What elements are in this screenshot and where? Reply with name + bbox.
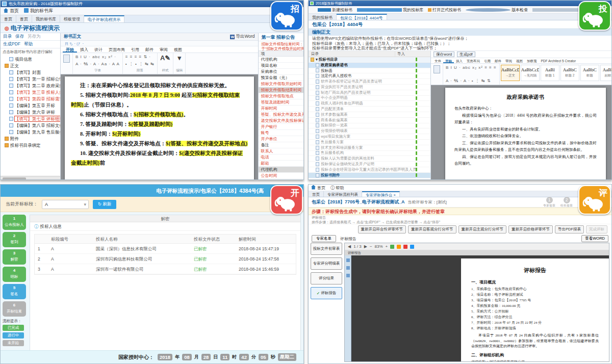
action-button[interactable]: 重新开启客观分打分环节	[408, 225, 456, 233]
tab-item[interactable]: 专家评标操作台 ×	[362, 191, 400, 197]
directory-item[interactable]: 政府采购承诺书	[309, 63, 430, 68]
style-swatch[interactable]: AaBbC副标题	[600, 65, 612, 81]
field-row[interactable]: 答疑及踏勘时间	[259, 99, 304, 106]
bidder-row[interactable]: 2A深圳市闪购信息科技有限公司已解密2018-08-24 15:47:58	[35, 254, 296, 264]
ribbon-tab[interactable]: 插入	[454, 58, 465, 63]
tab-item[interactable]: 专家评标流程列表	[324, 191, 362, 197]
report-tab-label[interactable]: 评标报告	[340, 236, 356, 242]
menu-home[interactable]: 首页	[4, 8, 19, 14]
font-group[interactable]: B I U · abc x₂ x² · A · ℁ · A · Aa · A A…	[73, 53, 123, 74]
field-row[interactable]: 代理机构包头市	[259, 57, 304, 63]
step-button[interactable]: 1公布投标人	[3, 215, 26, 230]
style-swatch[interactable]: AaBbC标题	[580, 65, 599, 81]
ribbon-tab[interactable]: 邮件	[142, 46, 157, 53]
action-button[interactable]: 重新开启价格评审环节	[508, 225, 553, 233]
field-row[interactable]: 招标文件领取开始时间2018/	[259, 81, 304, 87]
tab-doc-body[interactable]: 标书正文	[64, 34, 81, 40]
step-button[interactable]: 4唱标	[3, 267, 26, 282]
directory-item[interactable]: wps项目实施方案	[309, 134, 430, 140]
tree-item[interactable]: 【填写】第三章 投标人须知	[1, 89, 60, 96]
font-paragraph-group[interactable]: B I U · abc x₂ x² ≡ ≡ ≡ A · ℁ · A · • ⋮ …	[443, 64, 500, 85]
style-swatch[interactable]: AaBbCcDd→无间隔	[521, 65, 540, 81]
home-link[interactable]: 首页	[311, 185, 325, 191]
tab-item[interactable]: 我的投标书	[309, 14, 337, 20]
tab-item[interactable]: 首页	[16, 15, 32, 22]
style-swatch[interactable]: AaBbCcDd→正文	[501, 65, 520, 81]
field-row[interactable]: 开户银行	[259, 124, 304, 130]
paragraph-group[interactable]: ≡ ≡ ≡ ≡ ⇅ · • ⋮ • ⋮ ↹ ↹ 段落	[123, 53, 158, 74]
directory-item[interactable]: 投标保证金缴纳凭证及开户证明	[309, 162, 430, 167]
tree-item[interactable]: 【编辑】第五章 开标	[1, 102, 60, 109]
action-button[interactable]: 重新开启主观分打分环节	[458, 225, 507, 233]
pdf-document-tab[interactable]: 评标报告	[345, 250, 609, 255]
view-word-button[interactable]: 查看WORD	[581, 235, 608, 242]
export-word-button[interactable]: W导出Word	[230, 34, 254, 40]
document-page[interactable]: 注：未在采购中心报名登记且领取招标文件的供应商投标无效。5. 招标文件领取时间:…	[65, 76, 254, 180]
ribbon-tab[interactable]: 页面布局	[465, 58, 482, 63]
tree-item[interactable]: 正文	[1, 63, 60, 69]
field-row[interactable]: 开户单位	[259, 136, 304, 142]
tab-item[interactable]: 首页	[309, 191, 324, 197]
tree-item[interactable]: 项目信息	[1, 56, 60, 63]
directory-item[interactable]: 分项报价明细表	[309, 128, 430, 134]
directory-item[interactable]: 技术参数偏离表	[309, 112, 430, 118]
directory-tool[interactable]: 保存	[15, 34, 24, 40]
directory-item[interactable]: 法定代表人授权书	[309, 73, 430, 79]
quick-access-toolbar[interactable]: 日 ち・ぴ ・	[61, 41, 258, 46]
toolbar-item[interactable]: 打开正式投标书	[428, 7, 461, 13]
toolbar-item[interactable]: 新建投标书	[318, 7, 352, 13]
ribbon-tab[interactable]: PDF Architect 5 Creator	[539, 58, 578, 63]
tab-item[interactable]: 首页	[1, 15, 16, 22]
directory-item[interactable]: 产品配置清单	[309, 107, 430, 112]
field-row[interactable]: 公告时间	[259, 173, 304, 179]
stage-select[interactable]: A	[42, 200, 89, 209]
directory-item[interactable]: 技术支持和培训服务方案	[309, 145, 430, 151]
directory-item[interactable]: 商务条款偏离表	[309, 118, 430, 123]
bidder-row[interactable]: 1A国采（深圳）信息技术有限公司已解密2018-08-24 15:47:19	[35, 244, 296, 254]
ribbon-tab[interactable]: 审阅	[503, 58, 514, 63]
directory-item[interactable]: 投标人认为需要提供的其他资料	[309, 156, 430, 162]
bidder-row[interactable]: 3A深圳市一诺软件有限公司已解密2018-08-24 15:46:59	[35, 264, 296, 274]
document-page[interactable]: 政府采购承诺书 包头市政府采购中心：根据项目编号为包采公〔2018〕4404 号…	[445, 88, 606, 180]
directory-tool[interactable]: 帮助	[24, 41, 33, 47]
annotate-icon[interactable]	[397, 245, 401, 249]
directory-item[interactable]: 软件著作权登记证书及产品资质证明	[309, 79, 430, 85]
tree-item[interactable]: 【编辑】第六章 评标	[1, 109, 60, 116]
tree-item[interactable]: 【填写】第七章 评标细则设定办法	[1, 116, 60, 122]
tree-item[interactable]: 【填写】第四章 招标需求	[1, 96, 60, 102]
ribbon-tab[interactable]: 开始	[443, 58, 454, 63]
print-icon[interactable]	[410, 245, 414, 249]
style-swatch[interactable]: AaBbC标题 2	[560, 65, 579, 81]
directory-item[interactable]: 残疾人福利性单位声明函	[309, 101, 430, 107]
ribbon-tab[interactable]: 插入	[77, 46, 91, 53]
ribbon-tab[interactable]: 文件	[432, 58, 443, 63]
field-row[interactable]: 招标文件领取地点	[259, 93, 304, 99]
sidebar-button[interactable]: 评分结果	[311, 272, 342, 284]
action-button[interactable]: 导出PDF报表	[555, 225, 584, 233]
sidebar-button[interactable]: 投标文件初审表	[311, 243, 342, 255]
field-row[interactable]: 备注无备注	[259, 142, 304, 148]
highlight-icon[interactable]	[390, 245, 394, 249]
clipboard-group[interactable]	[61, 53, 73, 74]
ribbon-tab[interactable]: 开始	[63, 46, 77, 53]
tree-item[interactable]: 【编辑】第八章 招标文件	[1, 122, 60, 129]
directory-tool[interactable]: 目录	[3, 34, 12, 40]
panel-tab[interactable]: 解密	[30, 215, 300, 222]
ribbon-tab[interactable]: 设计	[91, 46, 106, 53]
clipboard-group[interactable]	[431, 64, 443, 85]
tab-item[interactable]: 包采公【2018】4404号	[337, 14, 387, 20]
tab-item[interactable]: 电子评标流程演示	[84, 15, 124, 22]
sidebar-button[interactable]: ✓评标报告	[311, 287, 342, 299]
tree-item[interactable]: 【编辑】第九章 售后服务	[1, 129, 60, 136]
ribbon-tab[interactable]: 页面布局	[106, 46, 128, 53]
directory-item[interactable]: 营业执照等产品资质证明	[309, 85, 430, 90]
prev-page-button[interactable]: ◀	[348, 244, 351, 249]
ribbon-tab[interactable]: 视图	[514, 58, 525, 63]
action-button[interactable]: 重新开启符合性评审环节	[358, 225, 406, 233]
directory-item[interactable]: 制造厂商出具的产品资质证明	[309, 90, 430, 96]
refresh-button[interactable]: ↻ 刷新	[93, 200, 116, 209]
tree-item[interactable]: 投标书目录绑定	[1, 142, 60, 149]
field-row[interactable]: 项目名称电子评	[259, 63, 304, 69]
help-link[interactable]: ⓘ 帮助	[330, 185, 344, 191]
next-page-button[interactable]: ▶	[364, 244, 367, 249]
